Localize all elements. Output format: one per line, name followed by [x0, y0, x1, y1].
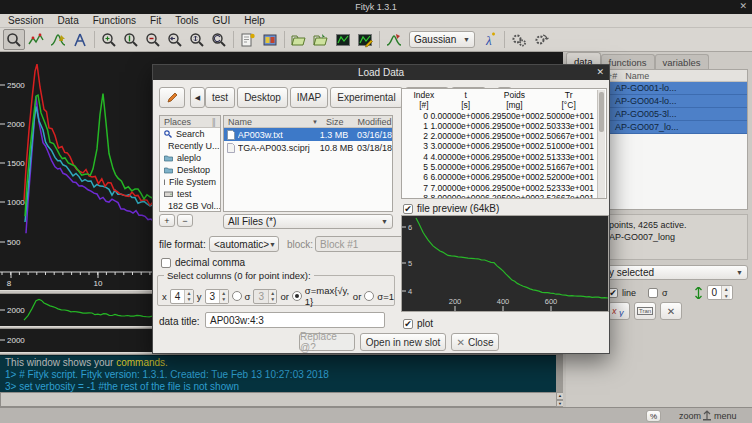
exec-script-button[interactable]: [310, 29, 332, 50]
preview-table-row: 33.00000e+0006.29500e+0002.51000e+001: [404, 141, 596, 151]
open-in-new-slot-button[interactable]: Open in new slot: [360, 333, 446, 351]
fit-undo-button[interactable]: [530, 29, 552, 50]
preview-plot[interactable]: 6 5 4 200 400 600: [401, 215, 609, 312]
command-window[interactable]: This window shows your commands. 1> # Fi…: [0, 355, 556, 392]
close-icon: ✕: [457, 337, 465, 348]
zoom-all-button[interactable]: [98, 29, 120, 50]
command-input[interactable]: [0, 392, 556, 407]
place-test[interactable]: test: [160, 188, 220, 200]
location-edit-button[interactable]: [159, 87, 185, 108]
settings-page-button[interactable]: [237, 29, 259, 50]
breadcrumb-imap[interactable]: IMAP: [290, 87, 328, 108]
delete-dataset-button[interactable]: ✕: [660, 302, 682, 320]
place-recent[interactable]: Recently U...: [160, 140, 220, 152]
file-list: Name ▼ Size Modified AP003w.txt 1.3 MB 0…: [223, 115, 393, 212]
preview-table-pane: Index t Poids Tr [#] [s] [mg] [°C] 00.00…: [401, 88, 607, 199]
tab-variables[interactable]: variables: [655, 54, 709, 69]
dataset-mode-button[interactable]: [69, 29, 91, 50]
file-preview-checkbox[interactable]: ✔: [403, 204, 413, 214]
place-volume[interactable]: 182 GB Vol...: [160, 200, 220, 212]
auto-add-peak-button[interactable]: [383, 29, 405, 50]
menu-bar: Session Data Functions Fit Tools GUI Hel…: [0, 14, 752, 28]
preview-plot-labels: 6 5 4 200 400 600: [408, 223, 557, 306]
spin-down-icon[interactable]: ▼: [220, 296, 227, 303]
coord-format-button[interactable]: %: [646, 410, 661, 422]
menu-help[interactable]: Help: [244, 15, 265, 26]
toolbar-separator: [379, 31, 380, 48]
breadcrumb-back-button[interactable]: ◀: [190, 87, 205, 108]
breadcrumb-test[interactable]: test: [205, 87, 235, 108]
sigma-column-radio[interactable]: [232, 291, 242, 301]
file-col-modified[interactable]: Modified: [357, 117, 391, 127]
scrollbar-thumb[interactable]: [599, 92, 604, 132]
range-mode-button[interactable]: [25, 29, 47, 50]
sigma-sqrt-radio[interactable]: [292, 291, 302, 301]
breadcrumb-desktop[interactable]: Desktop: [237, 87, 288, 108]
menu-session[interactable]: Session: [8, 15, 44, 26]
point-size-spinner[interactable]: 0 ▲▼: [707, 285, 733, 300]
y-column-spinner[interactable]: 3▲▼: [205, 289, 229, 304]
dialog-title-bar[interactable]: Load Data ✕: [153, 65, 609, 80]
data-title-input[interactable]: AP003w:4:3: [205, 312, 385, 328]
place-search[interactable]: Search: [160, 128, 220, 140]
menu-tools[interactable]: Tools: [175, 15, 198, 26]
spin-down-icon[interactable]: ▼: [722, 293, 730, 300]
file-row[interactable]: TGA-AP003.sciprj 10.8 MB 03/18/18: [224, 141, 392, 154]
file-format-combo[interactable]: <automatic> ▼: [209, 236, 279, 252]
sigma-checkbox[interactable]: [648, 288, 658, 298]
zoom-out-button[interactable]: [142, 29, 164, 50]
close-button[interactable]: ✕ Close: [451, 333, 499, 351]
zoom-vertical-button[interactable]: [120, 29, 142, 50]
remove-place-button[interactable]: −: [177, 214, 193, 227]
zoom-previous-button[interactable]: [208, 29, 230, 50]
open-file-button[interactable]: [288, 29, 310, 50]
function-type-combo[interactable]: Gaussian ▼: [409, 31, 475, 48]
xy-ranges-button[interactable]: xy: [608, 302, 630, 320]
file-col-name[interactable]: Name: [228, 117, 252, 127]
file-filter-combo[interactable]: All Files (*) ▼: [223, 214, 393, 229]
add-place-button[interactable]: +: [159, 214, 175, 227]
menu-data[interactable]: Data: [58, 15, 79, 26]
snapshot-button[interactable]: [332, 29, 354, 50]
add-function-button[interactable]: λ: [479, 29, 501, 50]
preview-table-scrollbar[interactable]: [597, 90, 605, 198]
menu-functions[interactable]: Functions: [93, 15, 136, 26]
fit-run-button[interactable]: [508, 29, 530, 50]
svg-text:8: 8: [7, 279, 12, 288]
preview-table[interactable]: Index t Poids Tr [#] [s] [mg] [°C] 00.00…: [404, 90, 596, 198]
aux1-tick-label: 2000: [7, 306, 25, 315]
select-columns-group: Select columns (0 for point index): x 4▲…: [157, 275, 395, 306]
sigma-one-label: σ=1: [377, 291, 394, 302]
transform-button[interactable]: Tran: [634, 302, 656, 320]
place-home[interactable]: aleplo: [160, 152, 220, 164]
decimal-comma-checkbox[interactable]: [161, 258, 171, 268]
svg-text:500: 500: [7, 238, 21, 247]
dataset-col-name[interactable]: Name: [617, 71, 649, 81]
decimal-comma-option[interactable]: decimal comma: [161, 257, 245, 268]
dialog-close-icon[interactable]: ✕: [596, 67, 604, 77]
zoom-updown-button[interactable]: [186, 29, 208, 50]
zoom-mode-button[interactable]: [3, 29, 25, 50]
or-label: or: [353, 291, 361, 302]
place-filesystem[interactable]: File System: [160, 176, 220, 188]
zoom-left-button[interactable]: [164, 29, 186, 50]
toolbar-separator: [284, 31, 285, 48]
file-col-size[interactable]: Size: [326, 117, 344, 127]
plot-checkbox[interactable]: ✔: [403, 319, 413, 329]
folder-icon: [164, 154, 173, 162]
x-column-spinner[interactable]: 4▲▼: [170, 289, 194, 304]
place-desktop[interactable]: Desktop: [160, 164, 220, 176]
plot-preview-option[interactable]: ✔ plot: [403, 318, 433, 329]
style-button[interactable]: [259, 29, 281, 50]
spin-down-icon[interactable]: ▼: [185, 296, 192, 303]
export-image-button[interactable]: [354, 29, 376, 50]
sigma-one-radio[interactable]: [364, 291, 374, 301]
window-close-icon[interactable]: ✕: [739, 1, 747, 11]
breadcrumb-experimental[interactable]: Experimental: [330, 87, 402, 108]
statusbar-menu-hint: menu: [714, 411, 737, 421]
menu-fit[interactable]: Fit: [150, 15, 161, 26]
menu-gui[interactable]: GUI: [213, 15, 231, 26]
file-row-selected[interactable]: AP003w.txt 1.3 MB 03/16/18: [224, 128, 392, 141]
file-preview-option[interactable]: ✔ file preview (64kB): [403, 203, 499, 214]
peak-mode-button[interactable]: [47, 29, 69, 50]
